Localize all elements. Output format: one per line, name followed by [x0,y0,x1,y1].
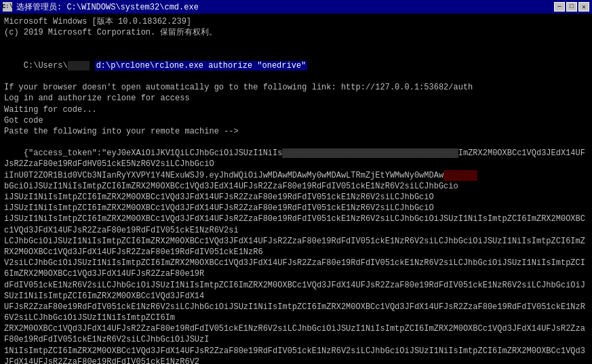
line-copyright: (c) 2019 Microsoft Corporation. 保留所有权利。 [4,27,588,38]
minimize-button[interactable]: ─ [554,2,565,12]
line-blank1 [4,38,588,49]
line-waiting: Waiting for code... [4,104,588,115]
token-data-block: {"access_token":"eyJ0eXAiOiJKV1QiLCJhbGc… [4,137,588,364]
cmd-icon: C:\ [3,2,12,12]
terminal-body: Microsoft Windows [版本 10.0.18362.239] (c… [0,14,592,364]
line-paste-header: Paste the following into your remote mac… [4,126,588,137]
title-bar: C:\ 选择管理员: C:\WINDOWS\system32\cmd.exe ─… [0,0,592,14]
line-version: Microsoft Windows [版本 10.0.18362.239] [4,16,588,27]
line-login: Log in and authorize rclone for access [4,93,588,104]
line-got-code: Got code [4,115,588,126]
close-button[interactable]: ✕ [578,2,589,12]
title-bar-text: 选择管理员: C:\WINDOWS\system32\cmd.exe [16,1,554,13]
redacted-user: ████ [68,61,90,70]
line-prompt: C:\Users\████ d:\p\rclone\rclone.exe aut… [4,49,588,83]
token-open-brace: {"access_token":"eyJ0eXAiOiJKV1QiLCJhbGc… [24,148,283,158]
maximize-button[interactable]: □ [566,2,577,12]
command-highlight: d:\p\rclone\rclone.exe authorize "onedri… [95,61,308,70]
line-browser: If your browser doesn't open automatical… [4,82,588,93]
redacted-part1: ████████████████████████████████████ [282,148,458,158]
redacted-part2: ▓▓▓▓▓ [443,170,477,181]
prompt-prefix: C:\Users\ [24,61,68,70]
